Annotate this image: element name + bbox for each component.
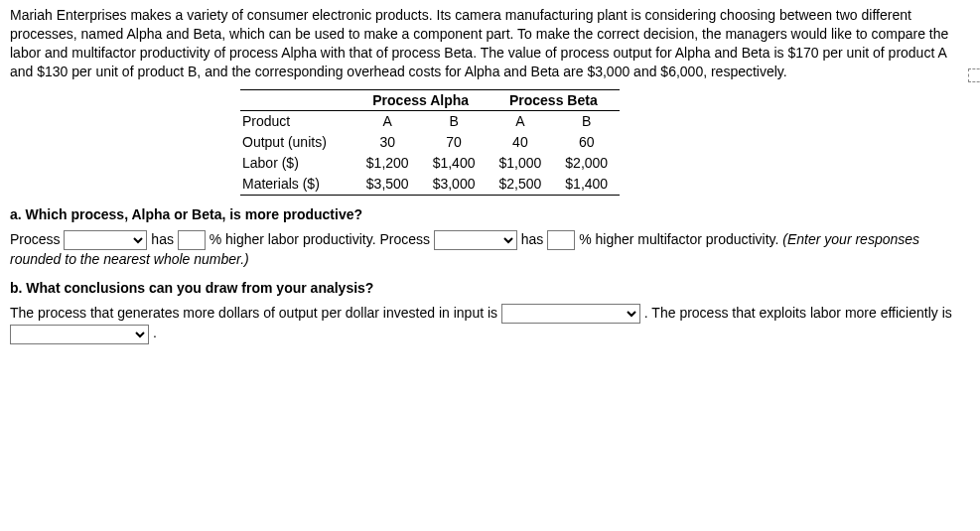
cell: $2,000 xyxy=(553,153,620,174)
answer-line-a: Process has % higher labor productivity.… xyxy=(10,230,970,269)
multifactor-percent-input[interactable] xyxy=(547,230,575,250)
text: . xyxy=(153,325,157,340)
question-a: a. Which process, Alpha or Beta, is more… xyxy=(10,205,970,224)
cell: B xyxy=(553,111,620,132)
output-per-input-select[interactable] xyxy=(501,304,640,324)
answer-line-b: The process that generates more dollars … xyxy=(10,304,970,344)
copy-icon[interactable] xyxy=(968,68,980,82)
text: . The process that exploits labor more e… xyxy=(644,305,952,321)
question-b: b. What conclusions can you draw from yo… xyxy=(10,279,970,298)
cell: 40 xyxy=(487,132,553,153)
question-a-label: a. Which process, Alpha or Beta, is more… xyxy=(10,206,362,222)
problem-statement: Mariah Enterprises makes a variety of co… xyxy=(10,6,970,81)
cell: 70 xyxy=(421,132,488,153)
text: Process xyxy=(10,231,64,247)
process-select-multifactor[interactable] xyxy=(434,230,517,250)
cell: A xyxy=(354,111,421,132)
text: % higher labor productivity. Process xyxy=(210,231,434,247)
cell: $1,200 xyxy=(354,153,421,174)
cell: $3,500 xyxy=(354,174,421,195)
col-alpha-header: Process Alpha xyxy=(354,89,488,111)
row-product-label: Product xyxy=(240,111,354,132)
text: The process that generates more dollars … xyxy=(10,305,501,321)
col-beta-header: Process Beta xyxy=(487,89,620,111)
text: has xyxy=(151,231,177,247)
labor-efficiency-select[interactable] xyxy=(10,325,149,344)
process-select-labor[interactable] xyxy=(64,230,147,250)
text: % higher multifactor productivity. xyxy=(579,231,782,247)
process-table: Process Alpha Process Beta Product A B A… xyxy=(240,89,620,196)
text: has xyxy=(521,231,547,247)
labor-percent-input[interactable] xyxy=(178,230,206,250)
cell: $1,000 xyxy=(487,153,553,174)
question-b-label: b. What conclusions can you draw from yo… xyxy=(10,280,373,296)
data-table-area: i Process Alpha Process Beta Product A B… xyxy=(240,89,970,196)
row-labor-label: Labor ($) xyxy=(240,153,354,174)
cell: 60 xyxy=(553,132,620,153)
row-output-label: Output (units) xyxy=(240,132,354,153)
cell: 30 xyxy=(354,132,421,153)
cell: B xyxy=(421,111,488,132)
row-materials-label: Materials ($) xyxy=(240,174,354,195)
cell: A xyxy=(487,111,553,132)
cell: $2,500 xyxy=(487,174,553,195)
cell: $1,400 xyxy=(421,153,488,174)
cell: $1,400 xyxy=(553,174,620,195)
cell: $3,000 xyxy=(421,174,488,195)
